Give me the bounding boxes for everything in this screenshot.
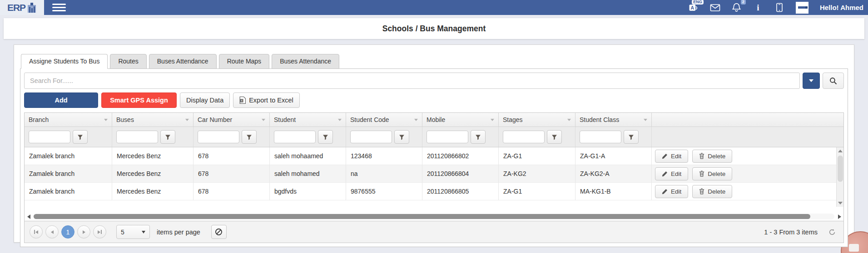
chevron-down-icon[interactable] [414,119,418,121]
filter-cell-branch [25,127,112,147]
filter-input-stages[interactable] [503,131,545,143]
filter-input-branch[interactable] [29,131,70,143]
bell-icon[interactable]: 2 [732,2,742,14]
scroll-right-icon[interactable] [836,214,843,220]
column-header-student-code[interactable]: Student Code [346,113,422,126]
scroll-left-icon[interactable] [25,214,32,220]
chevron-down-icon [809,79,813,82]
delete-button[interactable]: Delete [692,150,732,163]
filter-button-student-class[interactable] [624,130,639,144]
excel-icon: x [239,97,246,104]
filter-cell-stages [499,127,575,147]
bus-assignments-table: BranchBusesCar NumberStudentStudent Code… [24,112,844,243]
chevron-down-icon [142,231,145,234]
column-header-stages[interactable]: Stages [499,113,575,126]
chevron-down-icon[interactable] [185,119,189,121]
pager: 1 5 items per page 1 - 3 From 3 items [25,221,843,243]
edit-button[interactable]: Edit [655,150,688,163]
column-header-student-class[interactable]: Student Class [575,113,652,126]
chevron-down-icon[interactable] [567,119,571,121]
column-header-car-number[interactable]: Car Number [193,113,270,126]
column-header-mobile[interactable]: Mobile [422,113,499,126]
column-header-buses[interactable]: Buses [112,113,193,126]
info-icon[interactable]: i [753,2,763,14]
tab-assigne-students-to-bus[interactable]: Assigne Students To Bus [21,54,108,69]
filter-button-branch[interactable] [73,130,88,144]
clear-filters-button[interactable] [211,225,227,239]
chevron-down-icon[interactable] [262,119,265,121]
search-button[interactable] [823,73,844,89]
tab-buses-attendance[interactable]: Buses Attendance [149,54,217,69]
mobile-icon[interactable] [774,2,784,14]
language-badge: ENG [692,0,704,5]
filter-button-stages[interactable] [547,130,562,144]
last-page-button[interactable] [93,225,106,238]
hscroll-thumb[interactable] [34,214,810,219]
chevron-down-icon[interactable] [338,119,342,121]
cell-stages: ZA-G1 [499,147,575,165]
chevron-down-icon[interactable] [491,119,494,121]
cell-mobile: 201120866802 [422,147,499,165]
column-header-actions [652,113,843,126]
filter-input-mobile[interactable] [427,131,468,143]
page-1-button[interactable]: 1 [61,225,74,238]
language-icon[interactable]: A ENG [689,2,699,14]
avatar[interactable] [796,2,808,14]
filter-input-student-class[interactable] [580,131,621,143]
delete-button[interactable]: Delete [692,167,732,180]
filter-input-buses[interactable] [116,131,158,143]
filter-cell-mobile [422,127,499,147]
filter-cell-buses [112,127,193,147]
column-header-branch[interactable]: Branch [25,113,112,126]
scroll-down-icon[interactable] [837,199,844,207]
delete-button[interactable]: Delete [692,185,732,198]
filter-input-student[interactable] [274,131,316,143]
cell-student-class: MA-KG1-B [575,183,652,200]
edit-button[interactable]: Edit [655,185,688,198]
cell-student-class: ZA-KG2-A [575,165,652,183]
page-size-select[interactable]: 5 [116,225,150,239]
filter-button-car-number[interactable] [242,130,257,144]
app-header: ERP A ENG [0,0,868,15]
first-page-button[interactable] [30,225,43,238]
filter-input-car-number[interactable] [198,131,239,143]
add-button[interactable]: Add [24,92,98,108]
scroll-up-icon[interactable] [837,147,844,155]
filter-button-student[interactable] [318,130,333,144]
filter-button-mobile[interactable] [471,130,486,144]
filter-button-buses[interactable] [160,130,175,144]
cell-student: saleh mohamed [270,165,346,183]
next-page-button[interactable] [77,225,90,238]
tab-route-maps[interactable]: Route Maps [219,54,269,69]
mail-icon[interactable] [710,2,720,14]
vertical-scrollbar[interactable] [836,147,843,207]
filter-cell-student [270,127,346,147]
filter-cell-student-code [346,127,422,147]
cell-buses: Mercedes Benz [112,147,193,165]
cell-student: saleh mohaamed [270,147,346,165]
chevron-down-icon[interactable] [644,119,647,121]
refresh-button[interactable] [828,229,836,236]
filter-button-student-code[interactable] [394,130,409,144]
horizontal-scrollbar[interactable] [25,213,843,220]
filter-icon [551,134,557,140]
chevron-down-icon[interactable] [104,119,108,121]
display-data-button[interactable]: Display Data [180,92,230,108]
edit-button[interactable]: Edit [655,167,688,180]
tab-buses-attendance[interactable]: Buses Attendance [272,54,339,69]
search-input[interactable] [24,73,800,89]
filter-input-student-code[interactable] [350,131,392,143]
column-header-student[interactable]: Student [270,113,346,126]
smart-gps-assign-button[interactable]: Smart GPS Assign [101,92,177,108]
prev-page-button[interactable] [45,225,59,238]
erp-logo[interactable]: ERP [0,0,44,15]
menu-icon[interactable] [49,0,69,15]
search-dropdown-button[interactable] [803,73,820,89]
cell-actions: EditDelete [652,147,836,165]
cell-buses: Mercedes Benz [112,183,193,200]
tab-routes[interactable]: Routes [110,54,146,69]
search-row [24,73,844,89]
hscroll-track[interactable] [34,214,834,219]
export-to-excel-button[interactable]: x Export to Excel [233,92,300,108]
vscroll-thumb[interactable] [838,156,843,182]
